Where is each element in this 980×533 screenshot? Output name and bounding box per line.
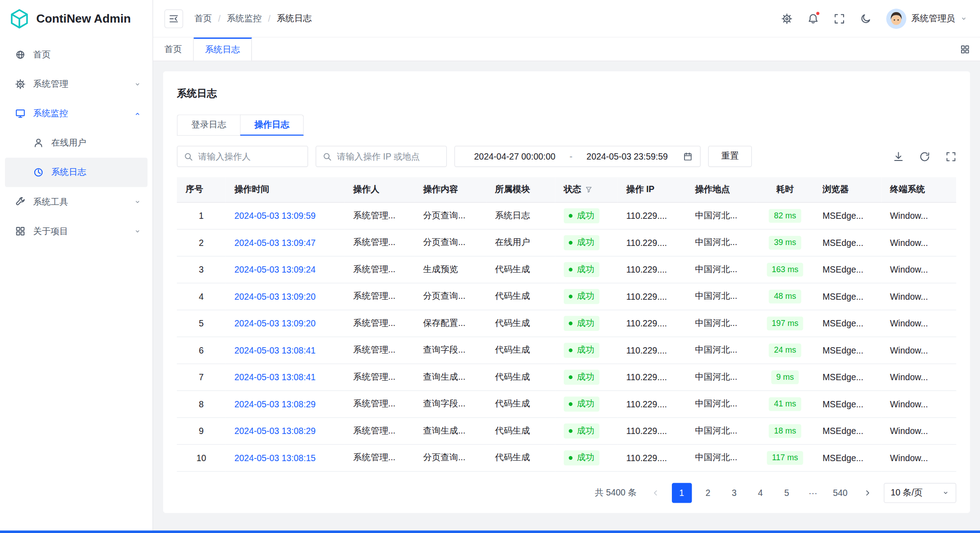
apps-grid-icon	[15, 226, 26, 237]
pagination-page-1[interactable]: 1	[672, 483, 692, 503]
log-time-link[interactable]: 2024-05-03 13:09:47	[234, 237, 316, 247]
cell-content: 保存配置...	[414, 310, 486, 337]
duration-tag: 82 ms	[769, 208, 801, 222]
clock-icon	[33, 167, 44, 178]
monitor-icon	[15, 108, 26, 119]
cell-content: 分页查询...	[414, 283, 486, 310]
status-text: 成功	[577, 237, 595, 248]
cell-content: 分页查询...	[414, 202, 486, 229]
cell-status: 成功	[555, 336, 617, 363]
operator-search-input[interactable]	[198, 151, 301, 161]
log-time-link[interactable]: 2024-05-03 13:08:41	[234, 372, 316, 382]
sidebar-item-system-monitor[interactable]: 系统监控	[5, 99, 147, 128]
duration-tag: 197 ms	[767, 316, 803, 330]
cell-index: 2	[177, 229, 225, 256]
log-time-link[interactable]: 2024-05-03 13:09:24	[234, 264, 316, 274]
cell-time: 2024-05-03 13:09:24	[225, 256, 344, 283]
cell-content: 查询字段...	[414, 336, 486, 363]
log-time-link[interactable]: 2024-05-03 13:09:59	[234, 211, 316, 221]
filter-bar: 2024-04-27 00:00:00 - 2024-05-03 23:59:5…	[177, 146, 956, 167]
cell-status: 成功	[555, 417, 617, 444]
cell-time: 2024-05-03 13:08:29	[225, 417, 344, 444]
pagination-page-3[interactable]: 3	[724, 483, 744, 503]
dark-mode-button[interactable]	[860, 13, 871, 24]
table-row: 9 2024-05-03 13:08:29 系统管理... 查询生成... 代码…	[177, 417, 956, 444]
page-size-select[interactable]: 10 条/页	[884, 483, 956, 503]
cell-os: Window...	[881, 229, 956, 256]
pagination-prev-button[interactable]	[645, 483, 665, 503]
pagination-next-button[interactable]	[858, 483, 877, 503]
chevron-down-icon	[134, 80, 141, 88]
app-logo[interactable]: ContiNew Admin	[0, 0, 153, 38]
table-row: 6 2024-05-03 13:08:41 系统管理... 查询字段... 代码…	[177, 336, 956, 363]
pagination-total: 共 5400 条	[595, 487, 637, 498]
export-button[interactable]	[893, 151, 904, 162]
search-icon	[323, 152, 332, 161]
status-text: 成功	[577, 264, 595, 275]
pagination-page-4[interactable]: 4	[750, 483, 770, 503]
sidebar-item-label: 系统管理	[33, 79, 68, 90]
cell-time: 2024-05-03 13:09:20	[225, 310, 344, 337]
cell-time: 2024-05-03 13:08:41	[225, 363, 344, 391]
cell-duration: 9 ms	[756, 363, 814, 391]
status-tag: 成功	[564, 396, 600, 411]
sidebar-item-online-users[interactable]: 在线用户	[5, 128, 147, 158]
breadcrumb-item-home[interactable]: 首页	[194, 13, 212, 24]
cell-duration: 48 ms	[756, 283, 814, 310]
sidebar-item-about[interactable]: 关于项目	[5, 217, 147, 246]
search-icon	[184, 152, 193, 161]
breadcrumb-item-current: 系统日志	[277, 13, 311, 24]
breadcrumb-item-monitor[interactable]: 系统监控	[227, 13, 262, 24]
log-time-link[interactable]: 2024-05-03 13:08:15	[234, 453, 316, 462]
ip-search-input[interactable]	[337, 151, 440, 161]
sidebar-collapse-button[interactable]	[164, 9, 183, 28]
cell-os: Window...	[881, 256, 956, 283]
pagination-page-5[interactable]: 5	[777, 483, 797, 503]
cell-operator: 系统管理...	[344, 283, 414, 310]
sidebar-item-home[interactable]: 首页	[5, 40, 147, 70]
sidebar-item-label: 系统日志	[51, 167, 86, 178]
fullscreen-button[interactable]	[834, 13, 845, 24]
status-dot	[569, 429, 572, 433]
reset-button[interactable]: 重置	[708, 146, 752, 167]
sidebar: ContiNew Admin 首页 系统管理 系统监控 在线用户	[0, 0, 153, 533]
status-text: 成功	[577, 452, 595, 463]
pagination-page-last[interactable]: 540	[829, 483, 851, 503]
cell-duration: 117 ms	[756, 444, 814, 471]
log-time-link[interactable]: 2024-05-03 13:08:29	[234, 426, 316, 436]
cell-operator: 系统管理...	[344, 390, 414, 417]
strip-tab-system-log[interactable]: 系统日志	[194, 38, 252, 61]
tab-login-log[interactable]: 登录日志	[177, 114, 240, 136]
pagination-ellipsis[interactable]: ···	[803, 483, 823, 503]
cell-browser: MSEdge...	[814, 283, 881, 310]
notifications-button[interactable]	[807, 13, 819, 24]
status-dot	[569, 214, 572, 217]
log-time-link[interactable]: 2024-05-03 13:08:29	[234, 399, 316, 409]
sidebar-item-system-management[interactable]: 系统管理	[5, 70, 147, 99]
user-menu[interactable]: 系统管理员	[886, 9, 968, 28]
strip-tab-home[interactable]: 首页	[153, 38, 194, 61]
log-time-link[interactable]: 2024-05-03 13:09:20	[234, 318, 316, 328]
sidebar-item-label: 在线用户	[51, 137, 86, 149]
date-range-picker[interactable]: 2024-04-27 00:00:00 - 2024-05-03 23:59:5…	[455, 146, 701, 167]
cell-location: 中国河北...	[686, 202, 756, 229]
pagination-page-2[interactable]: 2	[698, 483, 718, 503]
settings-button[interactable]	[781, 13, 792, 24]
sidebar-item-system-log[interactable]: 系统日志	[5, 158, 147, 187]
cell-browser: MSEdge...	[814, 310, 881, 337]
log-time-link[interactable]: 2024-05-03 13:08:41	[234, 345, 316, 355]
tabs-layout-button[interactable]	[950, 38, 980, 61]
log-time-link[interactable]: 2024-05-03 13:09:20	[234, 291, 316, 301]
breadcrumb-separator: /	[218, 14, 220, 24]
refresh-button[interactable]	[919, 151, 930, 162]
tab-operation-log[interactable]: 操作日志	[240, 114, 304, 136]
table-fullscreen-button[interactable]	[946, 151, 957, 162]
calendar-icon	[683, 152, 693, 161]
cell-module: 在线用户	[486, 229, 555, 256]
col-module: 所属模块	[486, 177, 555, 202]
cell-location: 中国河北...	[686, 390, 756, 417]
notification-dot	[816, 11, 820, 15]
sidebar-item-system-tools[interactable]: 系统工具	[5, 187, 147, 217]
status-tag: 成功	[564, 423, 600, 438]
status-filter-icon[interactable]	[585, 186, 593, 193]
